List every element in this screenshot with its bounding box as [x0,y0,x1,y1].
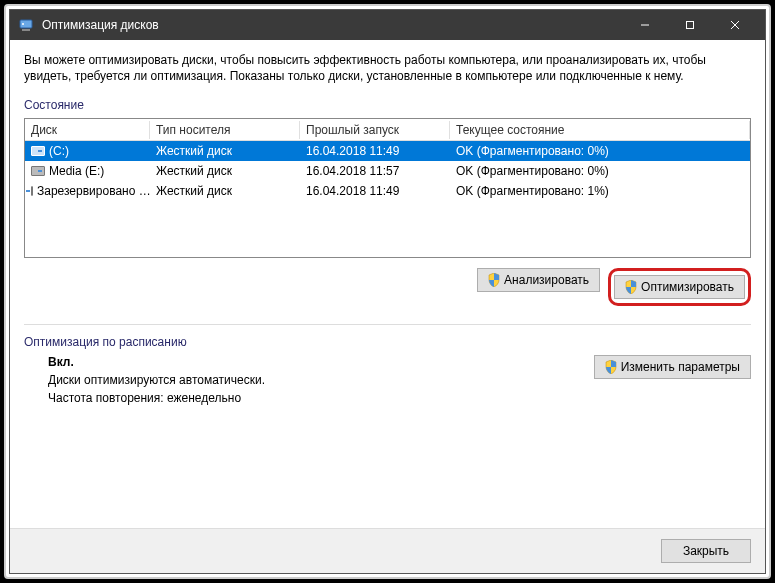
current-status: OK (Фрагментировано: 1%) [450,182,750,200]
drive-icon [31,166,45,176]
table-row[interactable]: Зарезервировано … Жесткий диск 16.04.201… [25,181,750,201]
schedule-section-label: Оптимизация по расписанию [24,335,751,349]
optimize-drives-window: Оптимизация дисков Вы можете оптимизиров… [9,9,766,574]
schedule-auto-text: Диски оптимизируются автоматически. [48,373,574,387]
svg-rect-4 [686,22,693,29]
analyze-button[interactable]: Анализировать [477,268,600,292]
separator [24,324,751,325]
window-title: Оптимизация дисков [42,18,622,32]
schedule-frequency: Частота повторения: еженедельно [48,391,574,405]
media-type: Жесткий диск [150,182,300,200]
shield-icon [488,273,500,287]
description-text: Вы можете оптимизировать диски, чтобы по… [24,52,751,84]
drive-icon [31,186,33,196]
svg-rect-1 [22,29,30,31]
header-status[interactable]: Текущее состояние [450,121,750,139]
media-type: Жесткий диск [150,142,300,160]
svg-point-2 [22,23,24,25]
disk-name: Media (E:) [49,164,104,178]
shield-icon [605,360,617,374]
minimize-button[interactable] [622,10,667,40]
header-media[interactable]: Тип носителя [150,121,300,139]
change-settings-button[interactable]: Изменить параметры [594,355,751,379]
svg-rect-0 [20,20,32,28]
footer: Закрыть [10,528,765,573]
table-header: Диск Тип носителя Прошлый запуск Текущее… [25,119,750,141]
last-run: 16.04.2018 11:49 [300,182,450,200]
close-button[interactable] [712,10,757,40]
app-icon [18,17,34,33]
current-status: OK (Фрагментировано: 0%) [450,162,750,180]
table-row[interactable]: (C:) Жесткий диск 16.04.2018 11:49 OK (Ф… [25,141,750,161]
last-run: 16.04.2018 11:49 [300,142,450,160]
status-section-label: Состояние [24,98,751,112]
titlebar: Оптимизация дисков [10,10,765,40]
maximize-button[interactable] [667,10,712,40]
optimize-button[interactable]: Оптимизировать [614,275,745,299]
header-disk[interactable]: Диск [25,121,150,139]
shield-icon [625,280,637,294]
disk-name: Зарезервировано … [37,184,150,198]
drive-icon [31,146,45,156]
current-status: OK (Фрагментировано: 0%) [450,142,750,160]
schedule-info: Вкл. Диски оптимизируются автоматически.… [24,355,574,409]
highlighted-optimize: Оптимизировать [608,268,751,306]
schedule-status: Вкл. [48,355,574,369]
table-row[interactable]: Media (E:) Жесткий диск 16.04.2018 11:57… [25,161,750,181]
last-run: 16.04.2018 11:57 [300,162,450,180]
header-last-run[interactable]: Прошлый запуск [300,121,450,139]
media-type: Жесткий диск [150,162,300,180]
disk-name: (C:) [49,144,69,158]
close-dialog-button[interactable]: Закрыть [661,539,751,563]
drives-table: Диск Тип носителя Прошлый запуск Текущее… [24,118,751,258]
